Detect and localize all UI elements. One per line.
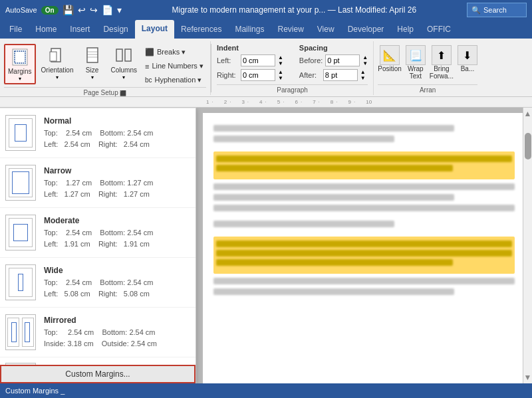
margin-item-normal[interactable]: Normal Top: 2.54 cm Bottom: 2.54 cm Left… bbox=[0, 108, 196, 158]
title-bar-right: 🔍 Search bbox=[467, 3, 527, 17]
spacing-after-input[interactable] bbox=[323, 69, 358, 81]
tab-view[interactable]: View bbox=[311, 20, 341, 39]
margin-item-narrow[interactable]: Narrow Top: 1.27 cm Bottom: 1.27 cm Left… bbox=[0, 158, 196, 208]
margin-icon-normal bbox=[5, 115, 36, 151]
status-text: Custom Margins _ bbox=[5, 387, 65, 395]
margin-item-moderate[interactable]: Moderate Top: 2.54 cm Bottom: 2.54 cm Le… bbox=[0, 208, 196, 258]
doc-line-2 bbox=[213, 136, 394, 142]
tab-insert[interactable]: Insert bbox=[63, 20, 96, 39]
scroll-thumb[interactable] bbox=[525, 133, 531, 159]
indent-section: Indent Left: ▲ ▼ Right: ▲ ▼ bbox=[217, 44, 283, 81]
custom-margins-button[interactable]: Custom Margins... bbox=[0, 365, 196, 383]
doc-line-h4 bbox=[216, 250, 512, 256]
doc-line-h1 bbox=[216, 155, 512, 162]
tab-mailings[interactable]: Mailings bbox=[228, 20, 271, 39]
indent-left-up[interactable]: ▲ bbox=[278, 55, 283, 60]
indent-right-input[interactable] bbox=[241, 69, 275, 81]
tab-help[interactable]: Help bbox=[390, 20, 420, 39]
spacing-before-input[interactable] bbox=[325, 54, 360, 66]
doc-line-1 bbox=[213, 125, 454, 132]
send-back-button[interactable]: ⬇ Ba... bbox=[458, 45, 477, 80]
main-area: Normal Top: 2.54 cm Bottom: 2.54 cm Left… bbox=[0, 108, 532, 383]
margin-detail-narrow: Top: 1.27 cm Bottom: 1.27 cm Left: 1.27 … bbox=[44, 177, 190, 199]
indent-right-down[interactable]: ▼ bbox=[278, 76, 283, 81]
ruler-content: 1· 2· 3· 4· 5· 6· 7· 8· 9· 10 bbox=[206, 99, 374, 105]
undo-icon[interactable]: ↩ bbox=[78, 5, 86, 15]
margin-detail-mirrored: Top: 2.54 cm Bottom: 2.54 cm Inside: 3.1… bbox=[44, 327, 190, 349]
doc-line-3 bbox=[213, 183, 515, 190]
indent-right-up[interactable]: ▲ bbox=[278, 70, 283, 75]
after-up[interactable]: ▲ bbox=[360, 70, 366, 75]
scroll-up-arrow[interactable]: ▲ bbox=[523, 108, 532, 120]
doc-line-4 bbox=[213, 194, 454, 201]
status-bar: Custom Margins _ bbox=[0, 383, 532, 398]
ribbon: Margins ▾ Orientation ▾ bbox=[0, 39, 532, 97]
bring-forward-icon: ⬆ bbox=[432, 45, 452, 65]
document-area: ▲ ▼ bbox=[196, 108, 532, 383]
hyphenation-button[interactable]: bc Hyphenation ▾ bbox=[142, 74, 206, 86]
hyphenation-icon: bc bbox=[145, 76, 152, 84]
indent-left-row: Left: ▲ ▼ bbox=[217, 54, 283, 66]
wrap-text-label: WrapText bbox=[408, 65, 424, 80]
redo-icon[interactable]: ↪ bbox=[90, 5, 98, 15]
indent-left-down[interactable]: ▼ bbox=[278, 61, 283, 66]
margin-icon-mirrored bbox=[5, 314, 36, 350]
tab-offic[interactable]: OFFIC bbox=[420, 20, 458, 39]
before-down[interactable]: ▼ bbox=[362, 61, 368, 66]
scroll-down-arrow[interactable]: ▼ bbox=[523, 371, 532, 383]
size-arrow[interactable]: ▾ bbox=[91, 74, 94, 80]
autosave-toggle[interactable]: On bbox=[41, 6, 59, 15]
document-title: Migrate to modern management at your p..… bbox=[122, 5, 467, 15]
wrap-text-icon: 📃 bbox=[406, 45, 426, 65]
breaks-label: Breaks ▾ bbox=[157, 48, 186, 56]
tab-file[interactable]: File bbox=[3, 20, 29, 39]
title-bar-left: AutoSave On 💾 ↩ ↪ 📄 ▾ bbox=[5, 5, 122, 15]
margin-item-mirrored[interactable]: Mirrored Top: 2.54 cm Bottom: 2.54 cm In… bbox=[0, 308, 196, 357]
breaks-button[interactable]: ⬛ Breaks ▾ bbox=[142, 47, 206, 58]
tab-layout[interactable]: Layout bbox=[135, 20, 174, 39]
size-label: Size bbox=[86, 66, 98, 74]
bring-forward-label: BringForwa... bbox=[430, 65, 454, 80]
scrollbar-vertical[interactable]: ▲ ▼ bbox=[523, 108, 532, 383]
search-icon: 🔍 bbox=[471, 6, 481, 15]
customize-icon[interactable]: ▾ bbox=[117, 5, 122, 15]
bring-forward-button[interactable]: ⬆ BringForwa... bbox=[430, 45, 454, 80]
tab-references[interactable]: References bbox=[174, 20, 228, 39]
doc-line-h5 bbox=[216, 259, 453, 266]
svg-rect-3 bbox=[50, 52, 57, 61]
orientation-button[interactable]: Orientation ▾ bbox=[39, 44, 76, 82]
margins-button[interactable]: Margins ▾ bbox=[4, 44, 36, 84]
spacing-section: Spacing Before: ▲ ▼ After: ▲ ▼ bbox=[299, 44, 368, 81]
size-button[interactable]: Size ▾ bbox=[79, 44, 106, 82]
search-box[interactable]: 🔍 Search bbox=[467, 3, 527, 17]
highlight-block-1 bbox=[213, 151, 515, 179]
after-down[interactable]: ▼ bbox=[360, 76, 366, 81]
columns-button[interactable]: Columns ▾ bbox=[108, 44, 140, 82]
size-icon bbox=[82, 45, 103, 66]
spacing-title: Spacing bbox=[299, 44, 368, 52]
margins-dropdown-panel: Normal Top: 2.54 cm Bottom: 2.54 cm Left… bbox=[0, 108, 196, 383]
tab-review[interactable]: Review bbox=[271, 20, 310, 39]
margin-detail-wide: Top: 2.54 cm Bottom: 2.54 cm Left: 5.08 … bbox=[44, 277, 190, 299]
save-icon[interactable]: 💾 bbox=[63, 5, 74, 15]
new-doc-icon[interactable]: 📄 bbox=[102, 5, 113, 15]
margin-item-wide[interactable]: Wide Top: 2.54 cm Bottom: 2.54 cm Left: … bbox=[0, 258, 196, 308]
before-up[interactable]: ▲ bbox=[362, 55, 368, 60]
tab-home[interactable]: Home bbox=[29, 20, 63, 39]
columns-arrow[interactable]: ▾ bbox=[122, 74, 125, 80]
margins-dropdown-arrow[interactable]: ▾ bbox=[19, 76, 21, 82]
margins-label: Margins bbox=[8, 68, 32, 76]
wrap-text-button[interactable]: 📃 WrapText bbox=[406, 45, 426, 80]
indent-left-input[interactable] bbox=[241, 54, 275, 66]
line-numbers-button[interactable]: ≡ Line Numbers ▾ bbox=[142, 60, 206, 72]
margin-name-mirrored: Mirrored bbox=[44, 316, 190, 325]
position-button[interactable]: 📐 Position bbox=[378, 45, 402, 80]
indent-title: Indent bbox=[217, 44, 283, 52]
indent-spacing-group: Indent Left: ▲ ▼ Right: ▲ ▼ bbox=[211, 41, 374, 95]
tab-developer[interactable]: Developer bbox=[341, 20, 391, 39]
margins-scroll-area[interactable]: Normal Top: 2.54 cm Bottom: 2.54 cm Left… bbox=[0, 108, 196, 365]
margin-item-custom[interactable]: ☆ Custom Margins bbox=[0, 357, 196, 365]
tab-design[interactable]: Design bbox=[96, 20, 134, 39]
margin-detail-moderate: Top: 2.54 cm Bottom: 2.54 cm Left: 1.91 … bbox=[44, 227, 190, 249]
orientation-arrow[interactable]: ▾ bbox=[56, 74, 59, 80]
